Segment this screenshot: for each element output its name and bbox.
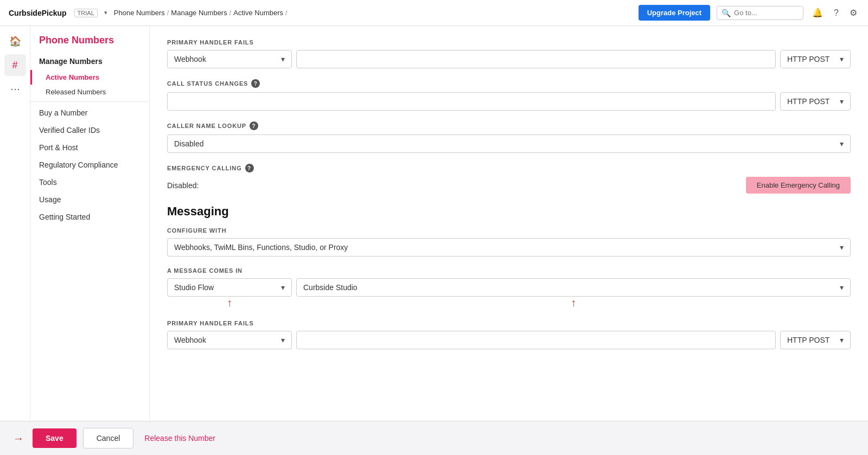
emergency-calling-help-icon[interactable]: ? <box>245 164 254 172</box>
studio-flow-arrow-up-icon: ↑ <box>227 297 232 309</box>
studio-flow-value: Studio Flow <box>174 283 214 292</box>
webhook-value: Webhook <box>174 55 206 63</box>
save-arrow-icon: → <box>13 432 24 445</box>
messaging-section: Messaging CONFIGURE WITH Webhooks, TwiML… <box>167 204 851 349</box>
primary-handler-fails-label: PRIMARY HANDLER FAILS <box>167 39 851 46</box>
brand-chevron-icon[interactable]: ▾ <box>104 9 107 16</box>
sidebar-item-tools[interactable]: Tools <box>30 174 149 191</box>
content-area: PRIMARY HANDLER FAILS Webhook ▾ HTTP POS… <box>150 26 868 421</box>
caller-name-help-icon[interactable]: ? <box>250 121 258 130</box>
home-icon[interactable]: 🏠 <box>4 30 26 52</box>
call-status-http-post-select[interactable]: HTTP POST ▾ <box>780 92 851 111</box>
emergency-calling-label: EMERGENCY CALLING ? <box>167 164 851 172</box>
search-box[interactable]: 🔍 <box>717 6 803 20</box>
breadcrumb: Phone Numbers / Manage Numbers / Active … <box>114 9 288 17</box>
settings-icon[interactable]: ⚙ <box>847 5 859 20</box>
top-nav: CurbsidePickup TRIAL ▾ Phone Numbers / M… <box>0 0 868 26</box>
configure-with-chevron-icon: ▾ <box>840 243 844 252</box>
bottom-bar: → Save Cancel Release this Number <box>0 421 868 455</box>
call-status-changes-section: CALL STATUS CHANGES ? HTTP POST ▾ <box>167 79 851 111</box>
messaging-http-post-value: HTTP POST <box>787 336 829 344</box>
cancel-button[interactable]: Cancel <box>83 428 134 448</box>
save-button[interactable]: Save <box>33 428 76 448</box>
messaging-webhook-url-input[interactable] <box>296 331 776 349</box>
sidebar-item-port-host[interactable]: Port & Host <box>30 139 149 156</box>
message-comes-in-row: Studio Flow ▾ ↑ Curbside Studio ▾ ↑ <box>167 278 851 309</box>
curbside-studio-chevron-icon: ▾ <box>840 283 844 292</box>
call-status-help-icon[interactable]: ? <box>251 79 260 88</box>
primary-handler-fails-row: Webhook ▾ HTTP POST ▾ <box>167 50 851 68</box>
configure-with-section: CONFIGURE WITH Webhooks, TwiML Bins, Fun… <box>167 227 851 257</box>
messaging-webhook-chevron-icon: ▾ <box>281 336 285 344</box>
sidebar-item-getting-started[interactable]: Getting Started <box>30 208 149 226</box>
main-layout: 🏠 # ⋯ Phone Numbers Manage Numbers Activ… <box>0 26 868 421</box>
studio-flow-chevron-icon: ▾ <box>281 283 285 292</box>
emergency-calling-row: Disabled: Enable Emergency Calling <box>167 177 851 194</box>
messaging-http-post-select[interactable]: HTTP POST ▾ <box>780 331 851 349</box>
messaging-primary-handler-fails-section: PRIMARY HANDLER FAILS Webhook ▾ HTTP POS… <box>167 320 851 349</box>
messaging-webhook-value: Webhook <box>174 336 206 344</box>
sidebar-item-verified-caller-ids[interactable]: Verified Caller IDs <box>30 121 149 139</box>
caller-name-lookup-select[interactable]: Disabled ▾ <box>167 134 851 153</box>
breadcrumb-manage-numbers[interactable]: Manage Numbers <box>171 9 227 17</box>
messaging-primary-handler-fails-row: Webhook ▾ HTTP POST ▾ <box>167 331 851 349</box>
messaging-primary-handler-fails-label: PRIMARY HANDLER FAILS <box>167 320 851 326</box>
curbside-studio-arrow-up-icon: ↑ <box>571 297 576 309</box>
message-comes-in-section: A MESSAGE COMES IN Studio Flow ▾ ↑ Curbs… <box>167 267 851 309</box>
webhook-select[interactable]: Webhook ▾ <box>167 50 292 68</box>
trial-badge: TRIAL <box>74 9 98 17</box>
dots-icon[interactable]: ⋯ <box>4 78 26 100</box>
call-status-row: HTTP POST ▾ <box>167 92 851 111</box>
sidebar-item-regulatory-compliance[interactable]: Regulatory Compliance <box>30 156 149 174</box>
brand-name: CurbsidePickup <box>9 9 67 17</box>
messaging-webhook-select[interactable]: Webhook ▾ <box>167 331 292 349</box>
call-status-changes-label: CALL STATUS CHANGES ? <box>167 79 851 88</box>
call-status-url-input[interactable] <box>167 92 776 111</box>
http-post-chevron-icon: ▾ <box>840 55 844 63</box>
configure-with-select[interactable]: Webhooks, TwiML Bins, Functions, Studio,… <box>167 238 851 257</box>
nav-divider-1 <box>30 101 149 102</box>
curbside-studio-select[interactable]: Curbside Studio ▾ <box>296 278 851 297</box>
call-status-http-post-chevron-icon: ▾ <box>840 97 844 106</box>
caller-name-chevron-icon: ▾ <box>840 139 844 148</box>
primary-handler-fails-section: PRIMARY HANDLER FAILS Webhook ▾ HTTP POS… <box>167 39 851 68</box>
upgrade-project-button[interactable]: Upgrade Project <box>639 5 710 21</box>
sidebar-item-active-numbers[interactable]: Active Numbers <box>30 70 149 85</box>
bell-icon[interactable]: 🔔 <box>810 5 825 20</box>
sidebar-item-manage-numbers[interactable]: Manage Numbers <box>30 53 149 70</box>
configure-with-label: CONFIGURE WITH <box>167 227 851 234</box>
emergency-calling-section: EMERGENCY CALLING ? Disabled: Enable Eme… <box>167 164 851 194</box>
webhook-url-input[interactable] <box>296 50 776 68</box>
sidebar-item-usage[interactable]: Usage <box>30 191 149 208</box>
configure-with-value: Webhooks, TwiML Bins, Functions, Studio,… <box>174 243 348 252</box>
breadcrumb-phone-numbers[interactable]: Phone Numbers <box>114 9 165 17</box>
caller-name-lookup-value: Disabled <box>174 139 203 148</box>
caller-name-lookup-section: CALLER NAME LOOKUP ? Disabled ▾ <box>167 121 851 153</box>
sidebar-item-buy-number[interactable]: Buy a Number <box>30 104 149 121</box>
sidebar-title: Phone Numbers <box>30 35 149 53</box>
search-input[interactable] <box>734 9 799 17</box>
message-comes-in-label: A MESSAGE COMES IN <box>167 267 851 274</box>
hash-icon[interactable]: # <box>4 54 26 76</box>
help-icon[interactable]: ? <box>832 6 841 20</box>
curbside-studio-value: Curbside Studio <box>303 283 358 292</box>
enable-emergency-calling-button[interactable]: Enable Emergency Calling <box>746 177 851 194</box>
sidebar-item-released-numbers[interactable]: Released Numbers <box>30 85 149 99</box>
call-status-http-post-value: HTTP POST <box>787 97 829 106</box>
webhook-chevron-icon: ▾ <box>281 55 285 63</box>
messaging-title: Messaging <box>167 204 851 219</box>
messaging-http-post-chevron-icon: ▾ <box>840 336 844 344</box>
breadcrumb-active-numbers[interactable]: Active Numbers <box>233 9 283 17</box>
release-number-link[interactable]: Release this Number <box>144 434 215 443</box>
http-post-value: HTTP POST <box>787 55 829 63</box>
http-post-select-top[interactable]: HTTP POST ▾ <box>780 50 851 68</box>
studio-flow-select[interactable]: Studio Flow ▾ <box>167 278 292 297</box>
search-icon: 🔍 <box>722 9 731 17</box>
emergency-calling-status: Disabled: <box>167 181 199 190</box>
caller-name-lookup-label: CALLER NAME LOOKUP ? <box>167 121 851 130</box>
nav-sidebar: Phone Numbers Manage Numbers Active Numb… <box>30 26 150 421</box>
icon-strip: 🏠 # ⋯ <box>0 26 30 421</box>
